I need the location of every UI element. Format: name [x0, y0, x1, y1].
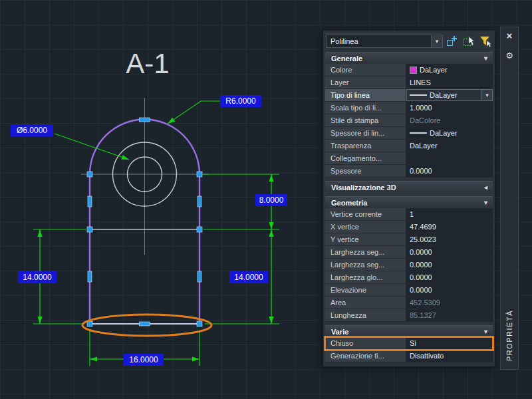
vertex-grip[interactable]	[87, 227, 92, 232]
property-row: Tipo di lineaDaLayer▾	[325, 89, 493, 102]
property-label[interactable]: Colore	[325, 64, 406, 76]
midpoint-grip[interactable]	[198, 271, 201, 282]
quick-select-icon[interactable]	[478, 34, 492, 49]
property-value-text: DaLayer	[410, 140, 438, 152]
property-label[interactable]: Area	[325, 297, 406, 309]
midpoint-grip[interactable]	[198, 196, 201, 207]
property-row: TrasparenzaDaLayer	[325, 140, 493, 152]
arrowhead	[192, 356, 200, 361]
arrowhead	[121, 155, 130, 162]
drawing-title[interactable]: A-1	[126, 48, 169, 79]
property-value[interactable]: DaLayer	[406, 127, 493, 139]
property-value[interactable]: LINES	[406, 76, 493, 88]
property-value-text: 0.0000	[410, 259, 432, 271]
property-value-text: DaLayer	[430, 127, 458, 139]
chevron-down-icon[interactable]: ▾	[484, 199, 487, 206]
property-row: Scala tipo di li...1.0000	[325, 102, 493, 114]
property-value[interactable]: 1	[406, 208, 493, 220]
property-value[interactable]: 1.0000	[406, 102, 493, 114]
property-value[interactable]: 85.1327	[406, 309, 493, 321]
height-14-left-dimension-text[interactable]: 14.0000	[23, 273, 52, 282]
property-label[interactable]: Larghezza glo...	[325, 271, 406, 283]
property-label[interactable]: Trasparenza	[325, 140, 406, 152]
linetype-sample-icon	[410, 94, 427, 96]
property-label[interactable]: Larghezza seg...	[325, 259, 406, 271]
arrowhead	[269, 229, 273, 237]
property-label[interactable]: Chiuso	[325, 337, 406, 349]
property-value-text: 0.0000	[410, 165, 432, 177]
property-value[interactable]: DaLayer▾	[406, 89, 493, 101]
property-value[interactable]: DaLayer	[406, 64, 493, 76]
property-label[interactable]: Collegamento...	[325, 152, 406, 164]
vertex-grip[interactable]	[87, 321, 92, 327]
chevron-down-icon[interactable]: ▾	[484, 328, 487, 335]
radius-leader[interactable]	[168, 101, 220, 124]
property-value-text: DaColore	[410, 114, 440, 126]
property-value[interactable]: Disattivato	[406, 350, 493, 362]
chevron-down-icon[interactable]: ▾	[481, 90, 492, 100]
vertex-grip[interactable]	[87, 172, 92, 177]
property-label[interactable]: Vertice corrente	[325, 208, 406, 220]
vertex-grip[interactable]	[197, 172, 202, 177]
property-value-text: 452.5309	[410, 297, 440, 309]
height-14-right-dimension-text[interactable]: 14.0000	[234, 273, 263, 282]
property-value[interactable]: 0.0000	[406, 271, 493, 283]
radius-dimension-text[interactable]: R6.0000	[225, 96, 256, 106]
property-value[interactable]: DaColore	[406, 114, 493, 126]
section: Visualizzazione 3D◂	[325, 181, 493, 193]
property-value[interactable]: 0.0000	[406, 284, 493, 296]
chevron-down-icon[interactable]: ▾	[484, 55, 487, 62]
property-label[interactable]: Stile di stampa	[325, 114, 406, 126]
property-value[interactable]: 25.0023	[406, 233, 493, 245]
property-value-text: 0.0000	[410, 271, 432, 283]
width-16-dimension-text[interactable]: 16.0000	[129, 355, 158, 364]
diameter-leader[interactable]	[55, 134, 129, 160]
property-label[interactable]: Spessore di lin...	[325, 127, 406, 139]
property-value[interactable]: Sì	[406, 337, 493, 349]
property-label[interactable]: Larghezza seg...	[325, 246, 406, 258]
diameter-dimension-text[interactable]: Ø6.0000	[17, 126, 47, 135]
midpoint-grip[interactable]	[140, 322, 150, 326]
property-label[interactable]: Y vertice	[325, 233, 406, 245]
section-header-generale[interactable]: Generale▾	[325, 52, 493, 64]
pickadd-toggle-icon[interactable]	[446, 34, 460, 49]
vertex-grip[interactable]	[197, 321, 202, 327]
property-value[interactable]: 0.0000	[406, 259, 493, 271]
property-value[interactable]	[406, 152, 493, 164]
midpoint-grip[interactable]	[88, 271, 92, 282]
object-type-value: Polilinea	[331, 37, 358, 45]
color-swatch-icon	[410, 66, 417, 74]
property-label[interactable]: Generazione ti...	[325, 350, 406, 362]
object-type-dropdown[interactable]: Polilinea ▾	[326, 35, 443, 48]
property-value[interactable]: DaLayer	[406, 140, 493, 152]
section-header-varie[interactable]: Varie▾	[325, 325, 493, 337]
property-value-text: Disattivato	[410, 350, 444, 362]
select-objects-icon[interactable]	[462, 34, 476, 49]
property-label[interactable]: Lunghezza	[325, 309, 406, 321]
section-header-geometria[interactable]: Geometria▾	[325, 196, 493, 208]
midpoint-grip[interactable]	[88, 196, 92, 207]
arrowhead	[269, 317, 273, 324]
section-title: Generale	[331, 55, 362, 63]
arrowhead	[90, 356, 97, 361]
close-icon[interactable]: ×	[507, 31, 513, 41]
property-label[interactable]: Scala tipo di li...	[325, 102, 406, 114]
property-value[interactable]: 0.0000	[406, 165, 493, 177]
property-label[interactable]: Layer	[325, 76, 406, 88]
property-label[interactable]: Elevazione	[325, 284, 406, 296]
property-label[interactable]: Spessore	[325, 165, 406, 177]
midpoint-grip[interactable]	[140, 118, 150, 122]
section-header-visualizzazione-3d[interactable]: Visualizzazione 3D◂	[325, 181, 493, 193]
height-8-dimension-text[interactable]: 8.0000	[259, 196, 284, 205]
settings-gear-icon[interactable]: ⚙	[505, 51, 513, 61]
property-value[interactable]: 0.0000	[406, 246, 493, 258]
arrowhead	[37, 317, 42, 324]
property-value[interactable]: 47.4699	[406, 221, 493, 233]
property-label[interactable]: X vertice	[325, 221, 406, 233]
property-row: LayerLINES	[325, 76, 493, 89]
vertex-grip[interactable]	[197, 227, 202, 232]
property-value[interactable]: 452.5309	[406, 297, 493, 309]
chevron-left-icon[interactable]: ◂	[484, 184, 487, 191]
chevron-down-icon[interactable]: ▾	[431, 35, 442, 47]
property-label[interactable]: Tipo di linea	[325, 89, 406, 101]
